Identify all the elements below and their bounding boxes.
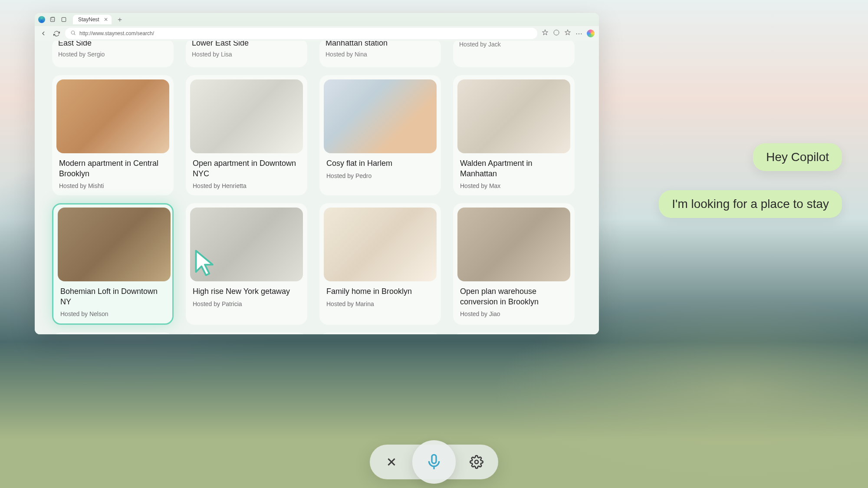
- listing-image: [58, 208, 171, 281]
- listing-title: Modern apartment in Central Brooklyn: [52, 158, 174, 179]
- listing-title: Cosy flat in Harlem: [319, 158, 441, 168]
- listing-host: Hosted by Max: [453, 179, 575, 189]
- star-outline-icon[interactable]: [542, 29, 549, 38]
- listing-card[interactable]: Open apartment in Downtown NYCHosted by …: [186, 75, 307, 195]
- listing-title: Bohemian Loft in Downtown NY: [53, 287, 172, 307]
- listing-card[interactable]: Cosy flat in HarlemHosted by Pedro: [319, 75, 441, 195]
- listing-card[interactable]: High rise New York getawayHosted by Patr…: [186, 203, 307, 325]
- listing-image: [457, 79, 570, 153]
- listing-card[interactable]: Bohemian Loft in Downtown NYHosted by Ne…: [52, 203, 174, 325]
- listing-host: Hosted by Marina: [319, 297, 441, 307]
- listings-row: Bohemian Loft in Downtown NYHosted by Ne…: [52, 203, 582, 325]
- listing-host: Hosted by Nina: [319, 48, 441, 61]
- listing-host: Hosted by Pedro: [319, 169, 441, 179]
- toolbar-right: ⋯: [542, 29, 595, 38]
- listing-image: [457, 208, 570, 281]
- bubble-text: Hey Copilot: [766, 150, 829, 164]
- listing-host: Hosted by Jiao: [453, 307, 575, 317]
- listing-card[interactable]: Family home in BrooklynHosted by Marina: [319, 203, 441, 325]
- listing-title: High rise New York getaway: [186, 287, 307, 297]
- listing-image: [190, 208, 303, 281]
- copilot-speech-bubble: I'm looking for a place to stay: [659, 190, 842, 218]
- listing-image: [56, 79, 169, 153]
- voice-control-dock: [370, 445, 498, 479]
- listing-title: Open apartment in Downtown NYC: [186, 158, 307, 179]
- browser-titlebar: StayNest ✕ ＋: [35, 13, 599, 26]
- svg-rect-0: [50, 17, 54, 21]
- listings-row: Modern apartment in Central BrooklynHost…: [52, 75, 582, 195]
- listing-card[interactable]: Modern apartment in Central BrooklynHost…: [52, 75, 174, 195]
- listing-image: [324, 79, 437, 153]
- settings-button[interactable]: [468, 453, 485, 471]
- workspaces-icon[interactable]: [49, 16, 56, 23]
- dock-pill-left: [370, 445, 498, 479]
- microphone-button[interactable]: [412, 440, 456, 484]
- gear-icon: [470, 455, 483, 469]
- listing-card[interactable]: Open plan warehouse conversion in Brookl…: [453, 203, 575, 325]
- listing-card[interactable]: [52, 333, 174, 334]
- listing-title: Open plan warehouse conversion in Brookl…: [453, 287, 575, 307]
- listing-title: Family home in Brooklyn: [319, 287, 441, 297]
- url-text: http://www.staynest.com/search/: [79, 30, 154, 36]
- more-menu-icon[interactable]: ⋯: [575, 30, 582, 38]
- tab-title: StayNest: [78, 16, 99, 23]
- listing-title: Lower East Side: [186, 41, 307, 48]
- listing-title: Manhattan station: [319, 41, 441, 48]
- listing-card[interactable]: [186, 333, 307, 334]
- listing-title: Walden Apartment in Manhattan: [453, 158, 575, 179]
- tab-actions-icon[interactable]: [60, 16, 68, 23]
- listing-card[interactable]: Manhattan station Hosted by Nina: [319, 41, 441, 67]
- listing-card[interactable]: [319, 333, 441, 334]
- extensions-icon[interactable]: [553, 29, 560, 38]
- svg-rect-5: [432, 455, 436, 463]
- edge-browser-icon: [38, 16, 45, 23]
- browser-tab[interactable]: StayNest ✕: [73, 15, 112, 24]
- listing-card[interactable]: Walden Apartment in ManhattanHosted by M…: [453, 75, 575, 195]
- listing-title: East Side: [52, 41, 174, 48]
- browser-toolbar: http://www.staynest.com/search/ ⋯: [35, 26, 599, 41]
- page-content: East Side Hosted by Sergio Lower East Si…: [35, 41, 599, 334]
- svg-point-4: [554, 30, 559, 35]
- back-button[interactable]: [39, 29, 48, 38]
- refresh-button[interactable]: [52, 29, 61, 38]
- svg-point-6: [475, 460, 478, 464]
- listing-card[interactable]: [453, 333, 575, 334]
- bubble-text: I'm looking for a place to stay: [672, 197, 829, 211]
- copilot-icon[interactable]: [587, 30, 595, 37]
- microphone-icon: [425, 453, 443, 471]
- close-tab-icon[interactable]: ✕: [104, 16, 108, 23]
- svg-rect-2: [62, 17, 66, 21]
- address-bar[interactable]: http://www.staynest.com/search/: [65, 28, 537, 39]
- listing-host: Hosted by Jack: [453, 41, 575, 51]
- listing-image: [324, 208, 437, 281]
- listings-row-peeking: [52, 333, 582, 334]
- favorites-icon[interactable]: [564, 29, 571, 38]
- close-icon: [385, 455, 398, 468]
- listing-host: Hosted by Patricia: [186, 297, 307, 307]
- search-icon: [70, 30, 76, 37]
- listing-host: Hosted by Sergio: [52, 48, 174, 61]
- listing-card[interactable]: East Side Hosted by Sergio: [52, 41, 174, 67]
- listing-host: Hosted by Mishti: [52, 179, 174, 189]
- close-button[interactable]: [383, 453, 400, 471]
- listing-card[interactable]: Lower East Side Hosted by Lisa: [186, 41, 307, 67]
- listing-host: Hosted by Lisa: [186, 48, 307, 61]
- listing-image: [190, 79, 303, 153]
- listings-row-partial: East Side Hosted by Sergio Lower East Si…: [52, 41, 582, 67]
- listing-card[interactable]: Hosted by Jack: [453, 41, 575, 67]
- browser-window: StayNest ✕ ＋ http://www.staynest.com/sea…: [35, 13, 599, 334]
- svg-point-3: [71, 31, 75, 34]
- listing-host: Hosted by Henrietta: [186, 179, 307, 189]
- listing-host: Hosted by Nelson: [53, 307, 172, 317]
- new-tab-button[interactable]: ＋: [115, 15, 125, 24]
- copilot-speech-bubble: Hey Copilot: [753, 143, 842, 171]
